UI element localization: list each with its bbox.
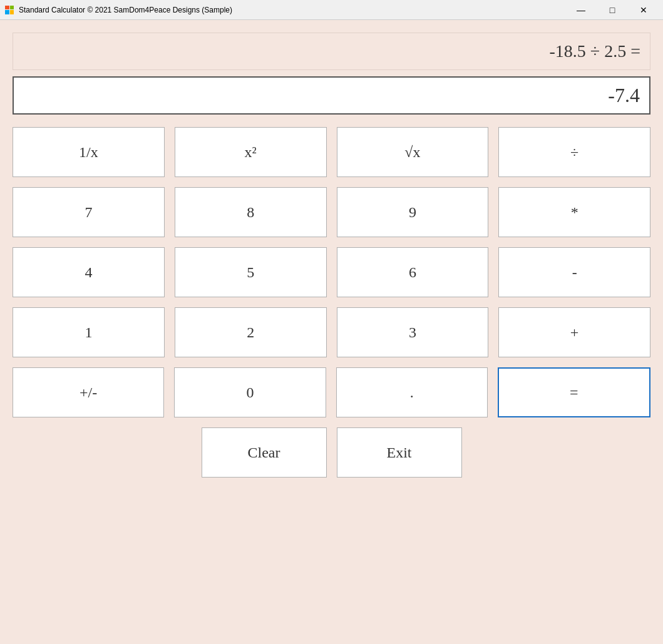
- btn-exit[interactable]: Exit: [337, 427, 462, 478]
- btn-square[interactable]: x²: [175, 127, 327, 177]
- row-456: 4 5 6 -: [13, 247, 650, 297]
- btn-7[interactable]: 7: [13, 187, 165, 237]
- btn-8[interactable]: 8: [175, 187, 327, 237]
- function-row: 1/x x² √x ÷: [13, 127, 650, 177]
- result-text: -7.4: [608, 84, 640, 107]
- btn-divide[interactable]: ÷: [498, 127, 650, 177]
- title-bar: Standard Calculator © 2021 SamDom4Peace …: [0, 0, 663, 20]
- row-clear-exit: Clear Exit: [13, 427, 650, 478]
- btn-1[interactable]: 1: [13, 307, 165, 357]
- maximize-button[interactable]: □: [598, 0, 627, 20]
- btn-equals[interactable]: =: [498, 367, 650, 417]
- btn-5[interactable]: 5: [175, 247, 327, 297]
- btn-6[interactable]: 6: [337, 247, 489, 297]
- expression-text: -18.5 ÷ 2.5 =: [550, 41, 640, 61]
- btn-negate[interactable]: +/-: [13, 367, 164, 417]
- result-display: -7.4: [13, 76, 650, 115]
- btn-multiply[interactable]: *: [498, 187, 650, 237]
- btn-clear[interactable]: Clear: [202, 427, 327, 478]
- btn-sqrt[interactable]: √x: [337, 127, 489, 177]
- btn-reciprocal[interactable]: 1/x: [13, 127, 165, 177]
- close-button[interactable]: ✕: [629, 0, 658, 20]
- window-controls: — □ ✕: [567, 0, 658, 20]
- btn-4[interactable]: 4: [13, 247, 165, 297]
- app-icon: [5, 5, 15, 15]
- row-123: 1 2 3 +: [13, 307, 650, 357]
- title-bar-left: Standard Calculator © 2021 SamDom4Peace …: [5, 5, 232, 15]
- calculator-body: -18.5 ÷ 2.5 = -7.4 1/x x² √x ÷ 7 8 9 * 4…: [0, 20, 663, 644]
- minimize-button[interactable]: —: [567, 0, 595, 20]
- row-789: 7 8 9 *: [13, 187, 650, 237]
- btn-decimal[interactable]: .: [336, 367, 488, 417]
- button-grid: 1/x x² √x ÷ 7 8 9 * 4 5 6 - 1 2 3 + +/-: [13, 127, 650, 631]
- btn-2[interactable]: 2: [175, 307, 327, 357]
- btn-3[interactable]: 3: [337, 307, 489, 357]
- btn-subtract[interactable]: -: [498, 247, 650, 297]
- expression-display: -18.5 ÷ 2.5 =: [13, 33, 650, 70]
- window-title: Standard Calculator © 2021 SamDom4Peace …: [19, 6, 232, 14]
- row-zero: +/- 0 . =: [13, 367, 650, 417]
- btn-9[interactable]: 9: [337, 187, 489, 237]
- btn-0[interactable]: 0: [174, 367, 326, 417]
- btn-add[interactable]: +: [498, 307, 650, 357]
